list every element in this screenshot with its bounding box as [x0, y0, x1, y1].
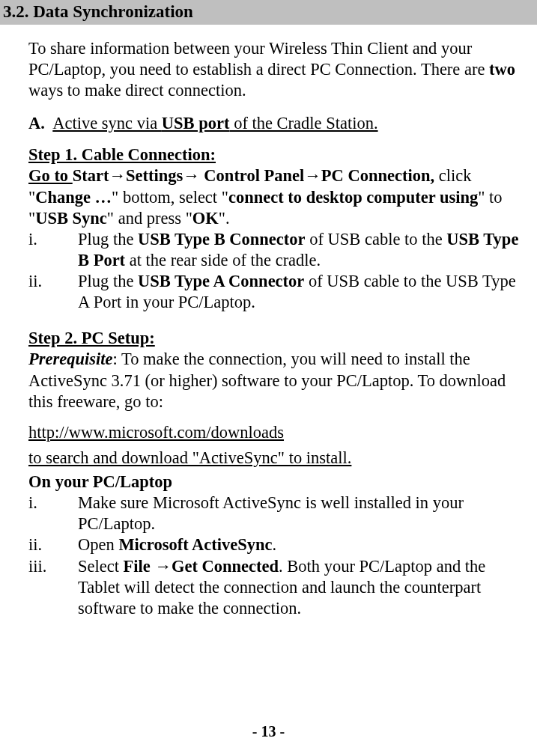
- intro-bold-two: two: [489, 60, 515, 79]
- step1-item-ii-content: Plug the USB Type A Connector of USB cab…: [78, 271, 530, 313]
- step1-connect-using: connect to desktop computer using: [228, 188, 478, 207]
- download-url[interactable]: http://www.microsoft.com/downloads: [28, 422, 284, 443]
- roman-marker-ii: ii.: [28, 534, 78, 555]
- step2-item-ii-content: Open Microsoft ActiveSync.: [78, 534, 530, 555]
- A-usb-port: USB port: [162, 114, 230, 132]
- step1-go-to: Go to: [28, 166, 73, 185]
- roman-marker-i: i.: [28, 493, 78, 534]
- intro-pre: To share information between your Wirele…: [28, 39, 489, 79]
- step1-item-i-content: Plug the USB Type B Connector of USB cab…: [78, 229, 530, 271]
- s1-ii-b1: USB Type A Connector: [138, 272, 304, 290]
- s1-i-post: at the rear side of the cradle.: [125, 251, 321, 269]
- step1-title: Step 1. Cable Connection:: [28, 144, 530, 165]
- s2-ii-b1: Microsoft ActiveSync: [118, 535, 272, 554]
- list-item: ii. Plug the USB Type A Connector of USB…: [28, 271, 530, 313]
- step1-change: Change …: [35, 188, 112, 207]
- step1-navigation-line: Go to Start→Settings→ Control Panel→PC C…: [28, 165, 530, 228]
- step1-bottom-select: " bottom, select ": [112, 188, 228, 207]
- step1-path: Start→Settings→ Control Panel→PC Connect…: [73, 166, 439, 185]
- prerequisite-label: Prerequisite: [28, 350, 113, 368]
- s2-iii-pre: Select: [78, 557, 124, 576]
- intro-paragraph: To share information between your Wirele…: [28, 38, 530, 101]
- step2-item-i-content: Make sure Microsoft ActiveSync is well i…: [78, 493, 530, 534]
- url-line-wrapper: http://www.microsoft.com/downloads: [28, 420, 530, 445]
- step2-prerequisite: Prerequisite: To make the connection, yo…: [28, 349, 530, 412]
- list-item: i. Plug the USB Type B Connector of USB …: [28, 229, 530, 271]
- s2-ii-post: .: [273, 535, 277, 554]
- roman-marker-iii: iii.: [28, 556, 78, 619]
- step1-and-press: " and press ": [107, 209, 192, 228]
- list-item: iii. Select File →Get Connected. Both yo…: [28, 556, 530, 619]
- page-container: 3.2. Data Synchronization To share infor…: [0, 0, 537, 756]
- intro-post: ways to make direct connection.: [28, 81, 246, 100]
- step2-title: Step 2. PC Setup:: [28, 328, 530, 349]
- step1-end: ".: [219, 209, 230, 228]
- marker-A: A.: [28, 114, 49, 132]
- list-item-A: A. Active sync via USB port of the Cradl…: [28, 113, 530, 134]
- body-area: To share information between your Wirele…: [0, 25, 537, 619]
- step1-usb-sync: USB Sync: [35, 209, 107, 228]
- roman-marker-ii: ii.: [28, 271, 78, 313]
- section-heading: 3.2. Data Synchronization: [0, 0, 537, 25]
- s1-i-mid: of USB cable to the: [306, 230, 447, 249]
- step1-roman-list: i. Plug the USB Type B Connector of USB …: [28, 229, 530, 314]
- s2-iii-b1: File →Get Connected: [124, 557, 279, 576]
- A-text-pre: Active sync via: [52, 114, 162, 132]
- step2-item-iii-content: Select File →Get Connected. Both your PC…: [78, 556, 530, 619]
- s1-i-pre: Plug the: [78, 230, 138, 249]
- step2-roman-list: i. Make sure Microsoft ActiveSync is wel…: [28, 493, 530, 619]
- s2-ii-pre: Open: [78, 535, 118, 554]
- s1-i-b1: USB Type B Connector: [138, 230, 306, 249]
- on-your-pc-label: On your PC/Laptop: [28, 472, 530, 493]
- search-download-line: to search and download "ActiveSync" to i…: [28, 448, 530, 469]
- A-underline-segment: Active sync via USB port of the Cradle S…: [52, 114, 377, 132]
- list-item: i. Make sure Microsoft ActiveSync is wel…: [28, 493, 530, 534]
- roman-marker-i: i.: [28, 229, 78, 271]
- s1-ii-pre: Plug the: [78, 272, 138, 290]
- list-item: ii. Open Microsoft ActiveSync.: [28, 534, 530, 555]
- step1-ok: OK: [192, 209, 219, 228]
- A-text-post: of the Cradle Station.: [230, 114, 378, 132]
- spacer: [28, 313, 530, 328]
- page-number: - 13 -: [0, 722, 537, 741]
